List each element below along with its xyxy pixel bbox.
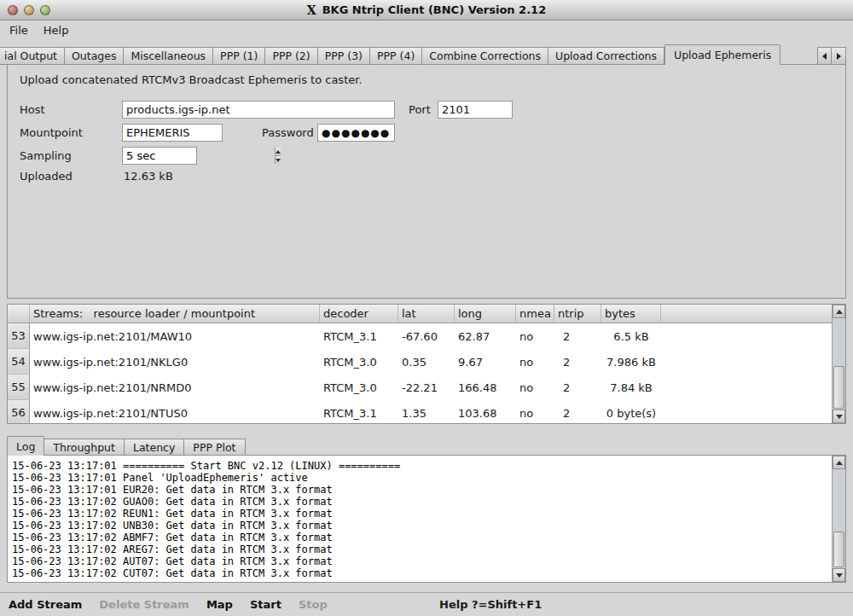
cell-resource: www.igs-ip.net:2101/NTUS0	[30, 400, 320, 423]
tab-upload-ephemeris[interactable]: Upload Ephemeris	[664, 44, 780, 65]
spin-down-icon	[276, 159, 281, 162]
tab-ppp-1[interactable]: PPP (1)	[213, 47, 265, 65]
header-filler	[661, 305, 832, 323]
row-number: 55	[8, 375, 30, 400]
menu-file[interactable]: File	[2, 22, 36, 38]
cell-ntrip: 2	[554, 400, 601, 423]
log-output[interactable]: 15-06-23 13:17:01 ========== Start BNC v…	[9, 456, 831, 581]
header-bytes[interactable]: bytes	[601, 305, 661, 323]
stream-row-56[interactable]: 56 www.igs-ip.net:2101/NTUS0 RTCM_3.1 1.…	[8, 400, 832, 423]
header-decoder[interactable]: decoder	[320, 305, 398, 323]
main-tabbar: ial Output Outages Miscellaneous PPP (1)…	[0, 44, 853, 65]
streams-table: Streams: resource loader / mountpoint de…	[7, 304, 846, 424]
stream-row-55[interactable]: 55 www.igs-ip.net:2101/NRMD0 RTCM_3.0 -2…	[8, 375, 832, 400]
scroll-up-button[interactable]	[833, 305, 845, 318]
panel-description: Upload concatenated RTCMv3 Broadcast Eph…	[20, 73, 363, 86]
x11-icon: X	[307, 3, 316, 17]
tab-miscellaneous[interactable]: Miscellaneous	[124, 47, 213, 65]
cell-resource: www.igs-ip.net:2101/NKLG0	[30, 349, 320, 375]
streams-table-body: 53 www.igs-ip.net:2101/MAW10 RTCM_3.1 -6…	[8, 323, 832, 423]
delete-stream-button: Delete Stream	[90, 598, 198, 611]
add-stream-button[interactable]: Add Stream	[0, 598, 90, 611]
tab-ppp-4[interactable]: PPP (4)	[370, 47, 422, 65]
log-scrollbar[interactable]	[832, 456, 845, 582]
stream-row-54[interactable]: 54 www.igs-ip.net:2101/NKLG0 RTCM_3.0 0.…	[8, 349, 832, 375]
row-number: 56	[8, 400, 30, 423]
scroll-down-button[interactable]	[833, 568, 845, 582]
tab-serial-output[interactable]: ial Output	[0, 47, 65, 65]
cell-long: 166.48	[455, 375, 516, 400]
cell-nmea: no	[516, 400, 554, 423]
streams-scrollbar[interactable]	[832, 305, 845, 423]
scroll-up-button[interactable]	[833, 456, 845, 469]
sampling-input[interactable]	[123, 148, 275, 164]
action-bar: Add Stream Delete Stream Map Start Stop …	[0, 592, 853, 616]
table-corner	[8, 305, 30, 323]
log-line: 15-06-23 13:17:02 UNB30: Get data in RTC…	[12, 520, 827, 532]
cell-lat: 0.35	[398, 349, 455, 375]
tab-ppp-3[interactable]: PPP (3)	[318, 47, 370, 65]
tab-combine-corrections[interactable]: Combine Corrections	[422, 47, 548, 65]
cell-bytes: 6.5 kB	[601, 323, 661, 349]
scrollbar-thumb[interactable]	[833, 366, 844, 409]
bottom-tabbar: Log Throughput Latency PPP Plot	[7, 436, 246, 456]
tab-latency[interactable]: Latency	[125, 439, 184, 456]
cell-lat: 1.35	[398, 400, 455, 423]
menu-bar: File Help	[0, 20, 853, 39]
log-line: 15-06-23 13:17:02 REUN1: Get data in RTC…	[12, 508, 827, 520]
spin-up-icon	[276, 150, 281, 154]
bnc-window: X BKG Ntrip Client (BNC) Version 2.12 Fi…	[0, 0, 853, 616]
cell-bytes: 7.84 kB	[601, 375, 661, 400]
start-button[interactable]: Start	[241, 598, 290, 611]
sampling-spinbox[interactable]	[122, 147, 197, 165]
header-lat[interactable]: lat	[398, 305, 455, 323]
sampling-up-button[interactable]	[276, 148, 281, 156]
host-input[interactable]	[122, 101, 395, 119]
cell-bytes: 0 byte(s)	[601, 400, 661, 423]
cell-decoder: RTCM_3.1	[320, 323, 398, 349]
scroll-up-icon	[836, 310, 843, 314]
cell-ntrip: 2	[554, 375, 601, 400]
header-ntrip[interactable]: ntrip	[554, 305, 601, 323]
map-button[interactable]: Map	[198, 598, 241, 611]
tab-scroll-buttons	[817, 47, 846, 65]
cell-ntrip: 2	[554, 323, 601, 349]
tab-ppp-2[interactable]: PPP (2)	[265, 47, 317, 65]
cell-long: 62.87	[455, 323, 516, 349]
streams-table-header: Streams: resource loader / mountpoint de…	[8, 305, 832, 323]
log-line: 15-06-23 13:17:02 AREG7: Get data in RTC…	[12, 543, 827, 555]
sampling-down-button[interactable]	[276, 156, 281, 164]
menu-help[interactable]: Help	[36, 22, 77, 38]
tab-scroll-right-button[interactable]	[832, 47, 846, 65]
log-line: 15-06-23 13:17:01 Panel 'UploadEphemeris…	[12, 472, 827, 484]
scrollbar-thumb[interactable]	[833, 532, 844, 567]
cell-resource: www.igs-ip.net:2101/NRMD0	[30, 375, 320, 400]
tab-scroll-left-button[interactable]	[817, 47, 832, 65]
cell-nmea: no	[516, 349, 554, 375]
tab-log[interactable]: Log	[7, 436, 44, 456]
cell-decoder: RTCM_3.0	[320, 349, 398, 375]
header-resource[interactable]: Streams: resource loader / mountpoint	[30, 305, 320, 323]
row-number: 53	[8, 323, 30, 349]
tab-outages[interactable]: Outages	[65, 47, 124, 65]
scroll-down-button[interactable]	[833, 410, 845, 423]
tab-upload-corrections[interactable]: Upload Corrections	[548, 47, 664, 65]
tab-throughput[interactable]: Throughput	[44, 439, 125, 456]
stop-button: Stop	[290, 598, 336, 611]
sampling-spin-buttons	[275, 148, 281, 164]
stream-row-53[interactable]: 53 www.igs-ip.net:2101/MAW10 RTCM_3.1 -6…	[8, 323, 832, 349]
cell-long: 9.67	[455, 349, 516, 375]
password-input[interactable]	[317, 124, 395, 142]
header-long[interactable]: long	[455, 305, 516, 323]
mountpoint-input[interactable]	[122, 124, 223, 142]
main-tabs: ial Output Outages Miscellaneous PPP (1)…	[0, 44, 780, 65]
cell-lat: -22.21	[398, 375, 455, 400]
tab-ppp-plot[interactable]: PPP Plot	[184, 439, 245, 456]
port-input[interactable]	[438, 101, 513, 119]
scroll-down-icon	[836, 415, 843, 419]
cell-bytes: 7.986 kB	[601, 349, 661, 375]
log-line: 15-06-23 13:17:01 ========== Start BNC v…	[12, 460, 827, 472]
log-line: 15-06-23 13:17:02 CUT07: Get data in RTC…	[12, 567, 827, 579]
port-label: Port	[409, 101, 431, 119]
header-nmea[interactable]: nmea	[516, 305, 554, 323]
